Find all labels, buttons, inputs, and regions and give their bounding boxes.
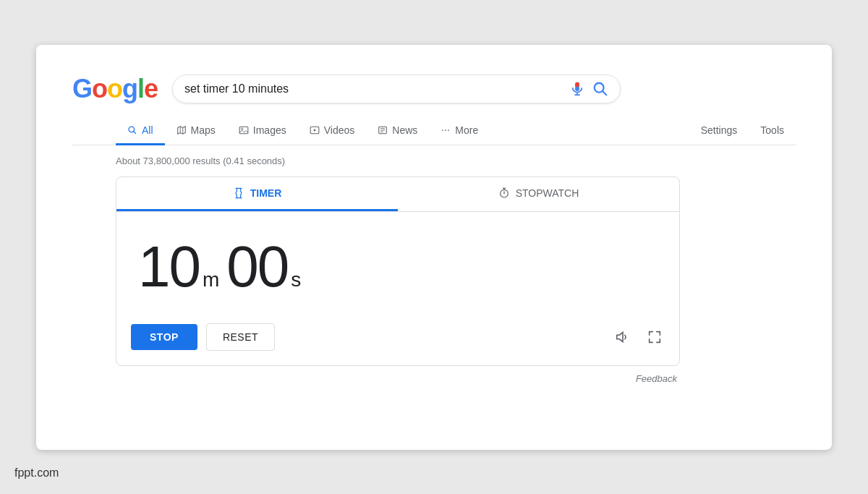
browser-window: Google — [36, 45, 832, 450]
search-bar[interactable] — [172, 74, 621, 103]
logo-letter-g: G — [72, 74, 92, 103]
tab-tools[interactable]: Tools — [749, 117, 796, 145]
fullscreen-icon[interactable] — [644, 327, 665, 347]
feedback-row: Feedback — [116, 366, 680, 385]
timer-minutes: 10 — [138, 234, 200, 300]
google-logo: Google — [72, 74, 158, 104]
more-tab-icon — [441, 125, 451, 135]
timer-seconds: 00 — [226, 234, 288, 300]
svg-line-6 — [603, 91, 606, 95]
svg-point-22 — [448, 129, 450, 131]
nav-bar: All Maps Images Videos News More — [72, 117, 796, 145]
tab-settings[interactable]: Settings — [689, 117, 749, 145]
timer-widget: TIMER STOPWATCH 10m 00s STOP RESET — [116, 176, 680, 366]
svg-point-20 — [442, 129, 443, 131]
videos-tab-icon — [310, 125, 320, 135]
tab-more[interactable]: More — [429, 117, 490, 145]
feedback-link[interactable]: Feedback — [636, 373, 677, 384]
svg-point-13 — [241, 128, 242, 129]
timer-tab-timer[interactable]: TIMER — [116, 177, 398, 211]
stop-button[interactable]: STOP — [131, 324, 197, 350]
svg-point-21 — [445, 129, 446, 131]
nav-right: Settings Tools — [689, 117, 796, 145]
tab-videos[interactable]: Videos — [298, 117, 367, 145]
timer-seconds-unit: s — [291, 268, 299, 291]
search-tab-icon — [127, 125, 137, 135]
timer-minutes-unit: m — [203, 268, 218, 291]
watermark: fppt.com — [14, 467, 59, 480]
svg-marker-27 — [617, 332, 623, 341]
images-tab-icon — [239, 125, 249, 135]
svg-line-8 — [134, 131, 136, 133]
timer-time: 10m 00s — [138, 234, 305, 300]
timer-right-icons — [613, 327, 665, 347]
logo-letter-l: l — [137, 74, 144, 103]
nav-tabs: All Maps Images Videos News More — [116, 117, 689, 145]
tab-all[interactable]: All — [116, 117, 165, 145]
search-icon[interactable] — [592, 81, 608, 97]
timer-display: 10m 00s — [116, 212, 679, 315]
microphone-icon[interactable] — [569, 81, 585, 97]
tab-images[interactable]: Images — [227, 117, 298, 145]
logo-letter-g2: g — [122, 74, 137, 103]
logo-letter-e: e — [144, 74, 158, 103]
tab-maps[interactable]: Maps — [165, 117, 227, 145]
timer-tab-stopwatch[interactable]: STOPWATCH — [398, 177, 679, 211]
svg-rect-4 — [575, 87, 579, 91]
search-icons — [569, 81, 608, 97]
svg-rect-3 — [575, 82, 579, 86]
hourglass-icon — [233, 187, 244, 199]
search-input[interactable] — [184, 82, 569, 95]
reset-button[interactable]: RESET — [206, 323, 275, 351]
maps-tab-icon — [176, 125, 187, 135]
tab-news[interactable]: News — [366, 117, 429, 145]
result-count: About 73,800,000 results (0.41 seconds) — [116, 156, 796, 166]
header: Google — [72, 74, 796, 104]
svg-rect-12 — [239, 127, 248, 133]
logo-letter-o2: o — [107, 74, 122, 103]
svg-marker-15 — [314, 129, 317, 132]
stopwatch-icon — [498, 187, 510, 199]
volume-icon[interactable] — [613, 327, 633, 347]
news-tab-icon — [378, 125, 388, 135]
logo-letter-o1: o — [92, 74, 107, 103]
svg-marker-9 — [177, 126, 185, 134]
timer-controls: STOP RESET — [116, 315, 679, 365]
timer-tabs: TIMER STOPWATCH — [116, 177, 679, 212]
